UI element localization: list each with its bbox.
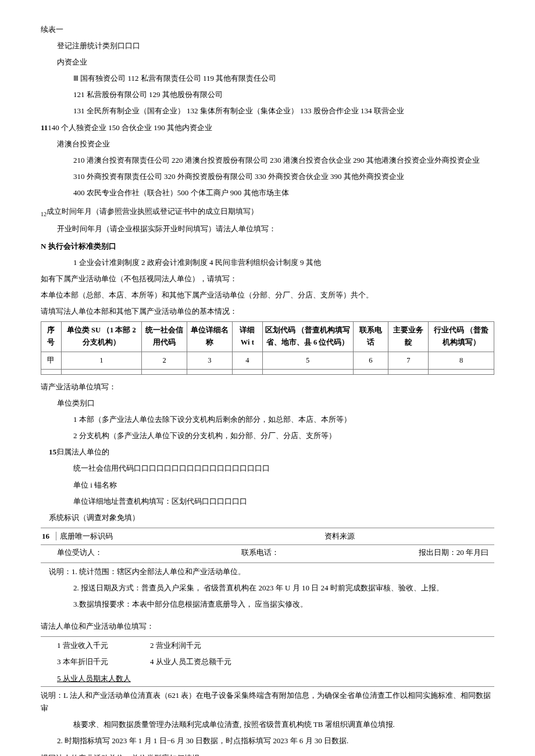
- th-2: 统一社会信用代码: [142, 322, 187, 352]
- td: 5: [262, 352, 353, 369]
- td: 8: [429, 352, 494, 369]
- subunits-table: 序号 单位类 SU （1 本部 2 分支机构） 统一社会信用代码 单位详细名称 …: [41, 321, 494, 375]
- item-number-15: 15: [41, 447, 56, 456]
- td: [187, 369, 232, 374]
- source-label: 资料来源: [324, 530, 494, 543]
- unit-type-1: 1 本部（多产业法人单位去除下设分支机构后剩余的部分，如总部、本店、本所等）: [41, 413, 494, 426]
- establish-line-1: 12成立时间年月（请参照营业执照或登记证书中的成立日期填写）: [41, 205, 494, 219]
- subunits-line-1: 如有下属产业活动单位（不包括视同法人单位），请填写：: [41, 273, 494, 285]
- th-3: 单位详细名称: [187, 322, 232, 352]
- th-5: 区划代码 （普查机构填写省、地市、县 6 位代码）: [262, 322, 353, 352]
- hmt-label: 港澳台投资企业: [41, 138, 494, 151]
- item-number-16: 16: [41, 532, 54, 540]
- other-market-line: 400 农民专业合作社（联合社）500 个体工商户 900 其他市场主体: [41, 187, 494, 199]
- domestic-line-3: 131 全民所有制企业（国有企业） 132 集体所有制企业（集体企业） 133 …: [41, 105, 494, 117]
- unit-type-label: 单位类别口: [41, 397, 494, 410]
- reg-category-label: 登记注册统计类别口口口: [41, 40, 494, 52]
- profit-label: 2 营业利润千元: [150, 639, 201, 652]
- belong-legal-line: 15归属法人单位的: [41, 446, 494, 458]
- belong-legal-text: 归属法人单位的: [56, 447, 109, 456]
- employees-label: 5 从业人员期末人数人: [41, 672, 494, 685]
- note2-line1b: 核要求、相同数据质量管理办法顺利完成单位清查, 按照省级普直机构统 TB 署组织…: [41, 718, 494, 731]
- subunits-line-2: 本单位本部（总部、本店、本所等）和其他下属产业活动单位（分部、分厂、分店、支所等…: [41, 289, 494, 302]
- domestic-line-1: Ⅲ 国有独资公司 112 私营有限责任公司 119 其他有限责任公司: [41, 72, 494, 85]
- establish-text-1: 成立时间年月（请参照营业执照或登记证书中的成立日期填写）: [47, 207, 258, 216]
- td: [353, 369, 388, 374]
- receiver-label: 单位受访人：: [57, 546, 102, 559]
- section-title: 续表一: [41, 23, 494, 36]
- note2-line1a: 说明：L 法人和产业活动单位清直表（621 表）在电子设备采集终端含有附加信息，…: [41, 689, 494, 715]
- divider: [41, 636, 494, 637]
- revenue-label: 1 营业收入千元: [57, 639, 150, 652]
- td: [41, 369, 62, 374]
- td: [429, 369, 494, 374]
- activity-heading: 请产业活动单位填写：: [41, 381, 494, 393]
- accounting-prefix: N: [41, 242, 48, 250]
- hmt-line-1: 210 港澳台投资有限责任公司 220 港澳台投资股份有限公司 230 港澳台投…: [41, 154, 494, 167]
- note1-line3: 3.数据填报要求：本表中部分信息根据清查底册导入， 应当据实修改。: [41, 598, 494, 611]
- td: [388, 369, 429, 374]
- wages-label: 4 从业人员工资总额千元: [150, 655, 231, 668]
- system-id-label: 系统标识（调查对象免填）: [41, 511, 494, 524]
- note2-line2: 2. 时期指标填写 2023 年 1 月 1 日−6 月 30 日数据，时点指标…: [41, 734, 494, 747]
- usc-code-line: 统一社会信用代码口口口口口口口口口口口口口口口口口口: [41, 462, 494, 475]
- accounting-label: N 执行会计标准类别口: [41, 240, 494, 253]
- unit-name-line: 单位 i 锚名称: [41, 479, 494, 492]
- divider: [41, 686, 494, 687]
- td: 7: [388, 352, 429, 369]
- th-6: 联系电话: [353, 322, 388, 352]
- th-0: 序号: [41, 322, 62, 352]
- td: 4: [232, 352, 262, 369]
- record-id-label: 底册唯一标识码: [56, 532, 113, 540]
- phone-label: 联系电话：: [241, 546, 279, 559]
- td: [262, 369, 353, 374]
- fin-row-1: 1 营业收入千元 2 营业利润千元: [41, 639, 494, 652]
- footer-contact-row: 单位受访人： 联系电话： 报出日期：20 年月曰: [41, 545, 494, 559]
- depreciation-label: 3 本年折旧千元: [57, 655, 150, 668]
- table-row: [41, 369, 494, 374]
- legal-activity-heading: 请法人单位和产业活动单位填写：: [41, 620, 494, 633]
- td: 甲: [41, 352, 62, 369]
- td: [61, 369, 141, 374]
- td: 1: [61, 352, 141, 369]
- th-8: 行业代码 （普蛰机构填写）: [429, 322, 494, 352]
- table-row: 甲 1 2 3 4 5 6 7 8: [41, 352, 494, 369]
- note1-line2: 2. 报送日期及方式：普查员入户采集， 省级普直机构在 2023 年 U 月 1…: [41, 582, 494, 594]
- td: 2: [142, 352, 187, 369]
- note1-line1: 说明：1. 统计范围：辖区内全部法人单位和产业活动单位。: [41, 565, 494, 578]
- accounting-options: 1 企业会计准则制度 2 政府会计准则制度 4 民间非营利组织会计制度 9 其他: [41, 256, 494, 269]
- foreign-line-1: 310 外商投资有限责任公司 320 外商投资股份有限公司 330 外商投资合伙…: [41, 170, 494, 183]
- td: [142, 369, 187, 374]
- th-7: 主要业务靛: [388, 322, 429, 352]
- report-date-label: 报出日期：20 年月曰: [419, 546, 488, 559]
- th-1: 单位类 SU （1 本部 2 分支机构）: [61, 322, 141, 352]
- system-id-row: 16 底册唯一标识码 资料来源: [41, 528, 494, 545]
- domestic-line-4: 11140 个人独资企业 150 合伙企业 190 其他内资企业: [41, 121, 494, 134]
- divider: [41, 562, 494, 563]
- subunits-line-3: 请填写法人单位本部和其他下属产业活动单位的基本情况：: [41, 305, 494, 318]
- td: 3: [187, 352, 232, 369]
- domestic-line-4-prefix: 11: [41, 123, 48, 132]
- establish-line-2: 开业时间年月（请企业根据实际开业时间填写）请法人单位填写：: [41, 223, 494, 235]
- item-number-12: 12: [41, 211, 47, 217]
- table-header-row: 序号 单位类 SU （1 本部 2 分支机构） 统一社会信用代码 单位详细名称 …: [41, 322, 494, 352]
- accounting-label-text: 执行会计标准类别口: [48, 242, 116, 250]
- domestic-line-4-text: 140 个人独资企业 150 合伙企业 190 其他内资企业: [48, 123, 212, 132]
- th-4: 详细 Wi t: [232, 322, 262, 352]
- td: [232, 369, 262, 374]
- detail-addr-line: 单位详细地址普查机构填写：区划代码口口口口口口: [41, 495, 494, 508]
- domestic-label: 内资企业: [41, 56, 494, 69]
- fin-row-2: 3 本年折旧千元 4 从业人员工资总额千元: [41, 655, 494, 668]
- domestic-line-2: 121 私营股份有限公司 129 其他股份有限公司: [41, 88, 494, 101]
- question-text: 视同法人的产业活动单位，单位类型应如何填报?: [41, 752, 494, 756]
- unit-type-2: 2 分支机构（多产业法人单位下设的分支机构，如分部、分厂、分店、支所等）: [41, 429, 494, 442]
- td: 6: [353, 352, 388, 369]
